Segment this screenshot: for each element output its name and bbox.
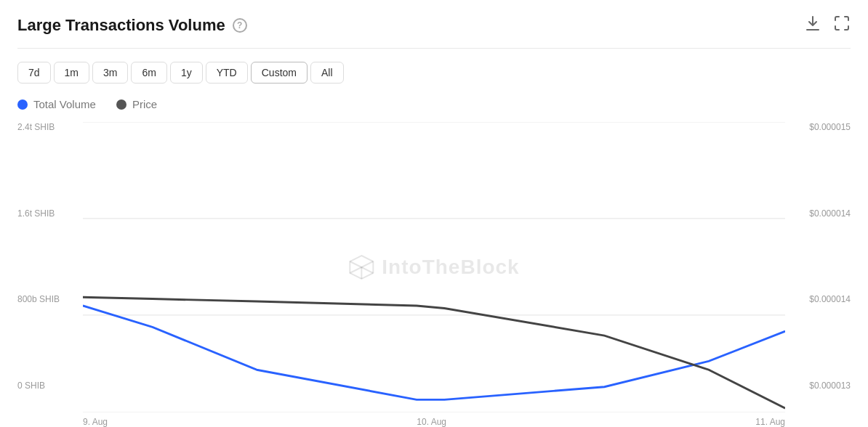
filter-all[interactable]: All — [310, 62, 344, 84]
y-label-right-3: $0.000013 — [809, 381, 851, 391]
chart-svg-container: IntoTheBlock — [83, 122, 785, 412]
price-dot — [116, 99, 126, 110]
price-label: Price — [132, 98, 157, 110]
volume-line — [83, 306, 785, 399]
y-label-right-1: $0.000014 — [809, 208, 851, 219]
x-axis: 9. Aug 10. Aug 11. Aug — [17, 412, 851, 427]
y-label-left-0: 2.4t SHIB — [17, 122, 55, 132]
header-left: Large Transactions Volume ? — [17, 16, 247, 35]
help-icon[interactable]: ? — [233, 18, 247, 33]
download-icon[interactable] — [804, 15, 821, 36]
x-label-1: 10. Aug — [417, 417, 446, 427]
filter-3m[interactable]: 3m — [92, 62, 128, 84]
price-line — [83, 297, 785, 408]
filter-custom[interactable]: Custom — [251, 62, 308, 84]
header-actions — [804, 15, 851, 36]
y-axis-right: $0.000015 $0.000014 $0.000014 $0.000013 — [785, 122, 851, 412]
x-label-0: 9. Aug — [83, 417, 108, 427]
expand-icon[interactable] — [833, 15, 851, 36]
chart-area: 2.4t SHIB 1.6t SHIB 800b SHIB 0 SHIB — [17, 122, 851, 427]
total-volume-label: Total Volume — [33, 98, 96, 110]
filter-1y[interactable]: 1y — [170, 62, 203, 84]
y-label-left-1: 1.6t SHIB — [17, 208, 55, 219]
chart-header: Large Transactions Volume ? — [17, 15, 851, 49]
time-filter-bar: 7d 1m 3m 6m 1y YTD Custom All — [17, 49, 851, 92]
filter-7d[interactable]: 7d — [17, 62, 51, 84]
filter-6m[interactable]: 6m — [131, 62, 166, 84]
filter-ytd[interactable]: YTD — [206, 62, 248, 84]
chart-svg — [83, 122, 785, 412]
total-volume-dot — [17, 99, 28, 110]
chart-body: 2.4t SHIB 1.6t SHIB 800b SHIB 0 SHIB — [17, 122, 851, 412]
y-label-right-0: $0.000015 — [809, 122, 851, 132]
filter-1m[interactable]: 1m — [54, 62, 89, 84]
y-axis-left: 2.4t SHIB 1.6t SHIB 800b SHIB 0 SHIB — [17, 122, 83, 412]
chart-title: Large Transactions Volume — [17, 16, 225, 35]
legend-total-volume: Total Volume — [17, 98, 96, 110]
y-label-right-2: $0.000014 — [809, 294, 851, 304]
x-label-2: 11. Aug — [755, 417, 785, 427]
y-label-left-3: 0 SHIB — [17, 381, 45, 391]
y-label-left-2: 800b SHIB — [17, 294, 60, 304]
chart-legend: Total Volume Price — [17, 92, 851, 122]
legend-price: Price — [116, 98, 157, 110]
